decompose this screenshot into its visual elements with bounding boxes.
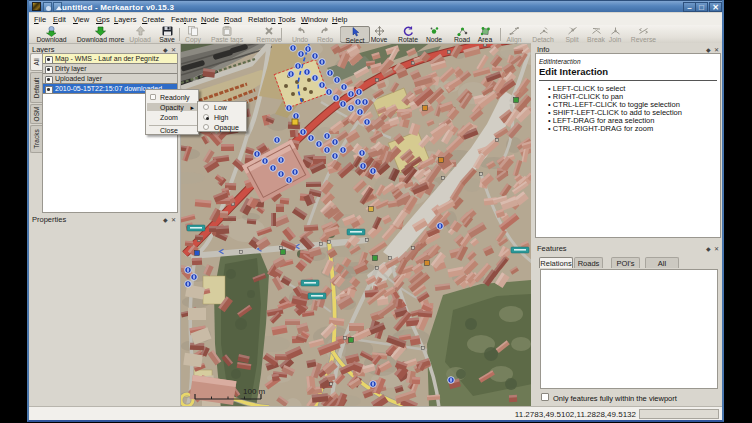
svg-text:100 m: 100 m [243, 387, 266, 396]
